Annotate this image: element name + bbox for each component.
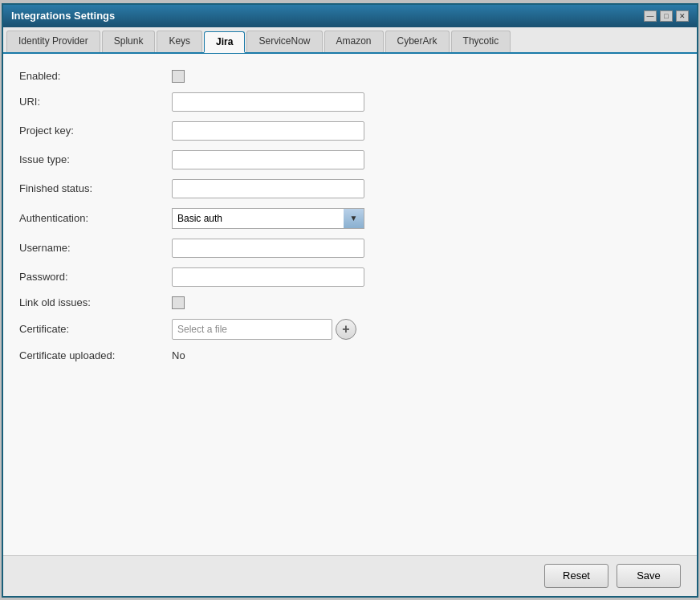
certificate-uploaded-label: Certificate uploaded: — [19, 349, 172, 361]
password-input[interactable] — [172, 267, 364, 287]
tab-splunk[interactable]: Splunk — [102, 31, 156, 52]
reset-button[interactable]: Reset — [544, 564, 608, 588]
authentication-select[interactable]: Basic auth OAuth None — [172, 208, 364, 229]
enabled-row: Enabled: — [19, 70, 681, 83]
save-button[interactable]: Save — [617, 564, 681, 588]
certificate-file-wrapper: Select a file + — [172, 319, 356, 340]
finished-status-row: Finished status: — [19, 179, 681, 198]
username-input[interactable] — [172, 239, 364, 258]
file-placeholder-text: Select a file — [177, 324, 227, 335]
finished-status-label: Finished status: — [19, 182, 172, 194]
footer: Reset Save — [3, 555, 697, 596]
link-old-issues-row: Link old issues: — [19, 296, 681, 309]
project-key-row: Project key: — [19, 121, 681, 141]
enabled-checkbox[interactable] — [172, 70, 185, 83]
authentication-select-wrapper: Basic auth OAuth None ▼ — [172, 208, 364, 229]
link-old-issues-label: Link old issues: — [19, 296, 172, 308]
certificate-label: Certificate: — [19, 323, 172, 335]
add-file-button[interactable]: + — [336, 319, 356, 340]
form-content: Enabled: URI: Project key: Issue type: F… — [3, 54, 697, 555]
certificate-row: Certificate: Select a file + — [19, 319, 681, 340]
issue-type-label: Issue type: — [19, 153, 172, 165]
main-window: Integrations Settings — □ ✕ Identity Pro… — [2, 3, 698, 598]
password-row: Password: — [19, 267, 681, 287]
certificate-uploaded-value: No — [172, 349, 185, 361]
certificate-file-display[interactable]: Select a file — [172, 319, 332, 340]
maximize-button[interactable]: □ — [660, 10, 673, 22]
tab-amazon[interactable]: Amazon — [324, 31, 384, 52]
tab-bar: Identity Provider Splunk Keys Jira Servi… — [3, 27, 697, 54]
certificate-uploaded-row: Certificate uploaded: No — [19, 349, 681, 361]
username-label: Username: — [19, 242, 172, 254]
tab-keys[interactable]: Keys — [157, 31, 202, 52]
uri-label: URI: — [19, 96, 172, 108]
authentication-row: Authentication: Basic auth OAuth None ▼ — [19, 208, 681, 229]
finished-status-input[interactable] — [172, 179, 364, 198]
uri-row: URI: — [19, 92, 681, 112]
password-label: Password: — [19, 271, 172, 283]
uri-input[interactable] — [172, 92, 364, 112]
tab-cyberark[interactable]: CyberArk — [385, 31, 450, 52]
project-key-label: Project key: — [19, 124, 172, 137]
link-old-issues-checkbox[interactable] — [172, 296, 185, 309]
tab-servicenow[interactable]: ServiceNow — [246, 31, 322, 52]
issue-type-row: Issue type: — [19, 150, 681, 169]
tab-jira[interactable]: Jira — [204, 31, 245, 53]
tab-thycotic[interactable]: Thycotic — [451, 31, 511, 52]
window-controls: — □ ✕ — [644, 10, 689, 22]
close-button[interactable]: ✕ — [676, 10, 689, 22]
minimize-button[interactable]: — — [644, 10, 657, 22]
enabled-label: Enabled: — [19, 70, 172, 82]
username-row: Username: — [19, 239, 681, 258]
window-title: Integrations Settings — [11, 10, 115, 22]
issue-type-input[interactable] — [172, 150, 364, 169]
project-key-input[interactable] — [172, 121, 364, 141]
title-bar: Integrations Settings — □ ✕ — [3, 5, 697, 27]
authentication-label: Authentication: — [19, 212, 172, 224]
tab-identity-provider[interactable]: Identity Provider — [6, 31, 100, 52]
